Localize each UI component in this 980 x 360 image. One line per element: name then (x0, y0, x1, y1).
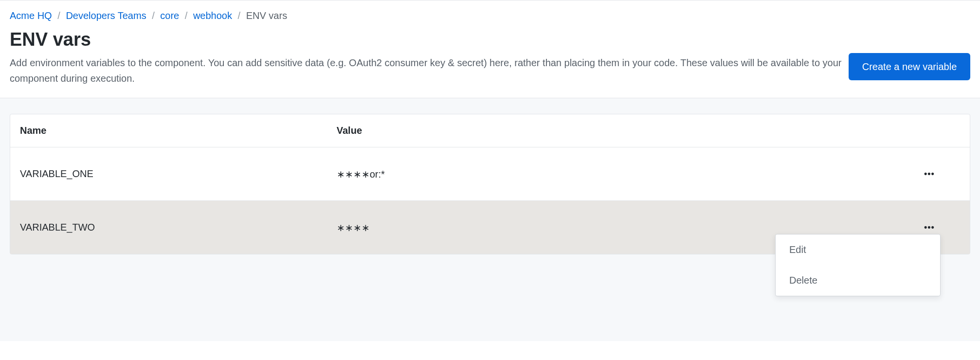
breadcrumb-current: ENV vars (246, 10, 287, 21)
breadcrumb-separator: / (152, 10, 155, 21)
more-horizontal-icon: ••• (924, 222, 935, 232)
breadcrumb-separator: / (57, 10, 60, 21)
content-area: Name Value VARIABLE_ONE ∗∗∗∗or:* ••• (0, 98, 980, 341)
page-title: ENV vars (10, 29, 970, 50)
more-horizontal-icon: ••• (924, 169, 935, 179)
breadcrumb-link-project[interactable]: core (160, 10, 179, 21)
var-value-cell: ∗∗∗∗or:* (327, 147, 911, 201)
breadcrumb-separator: / (185, 10, 188, 21)
breadcrumb-link-org[interactable]: Acme HQ (10, 10, 52, 21)
actions-dropdown: Edit Delete (775, 234, 941, 296)
table-row: VARIABLE_TWO ∗∗∗∗ ••• Edit Delete (10, 201, 970, 254)
column-header-actions (911, 114, 970, 147)
var-name-cell: VARIABLE_ONE (10, 147, 327, 201)
more-actions-button[interactable]: ••• (921, 219, 938, 235)
dropdown-item-delete[interactable]: Delete (776, 265, 940, 296)
var-name-cell: VARIABLE_TWO (10, 201, 327, 254)
column-header-value: Value (327, 114, 911, 147)
column-header-name: Name (10, 114, 327, 147)
table-row: VARIABLE_ONE ∗∗∗∗or:* ••• (10, 147, 970, 201)
breadcrumb-link-team[interactable]: Developers Teams (66, 10, 146, 21)
dropdown-item-edit[interactable]: Edit (776, 234, 940, 265)
more-actions-button[interactable]: ••• (921, 166, 938, 182)
page-header: Acme HQ / Developers Teams / core / webh… (0, 0, 980, 98)
env-vars-table: Name Value VARIABLE_ONE ∗∗∗∗or:* ••• (10, 114, 970, 254)
breadcrumb-link-component[interactable]: webhook (193, 10, 232, 21)
breadcrumb: Acme HQ / Developers Teams / core / webh… (10, 10, 970, 21)
create-variable-button[interactable]: Create a new variable (849, 53, 970, 80)
breadcrumb-separator: / (238, 10, 241, 21)
page-description: Add environment variables to the compone… (10, 55, 866, 86)
